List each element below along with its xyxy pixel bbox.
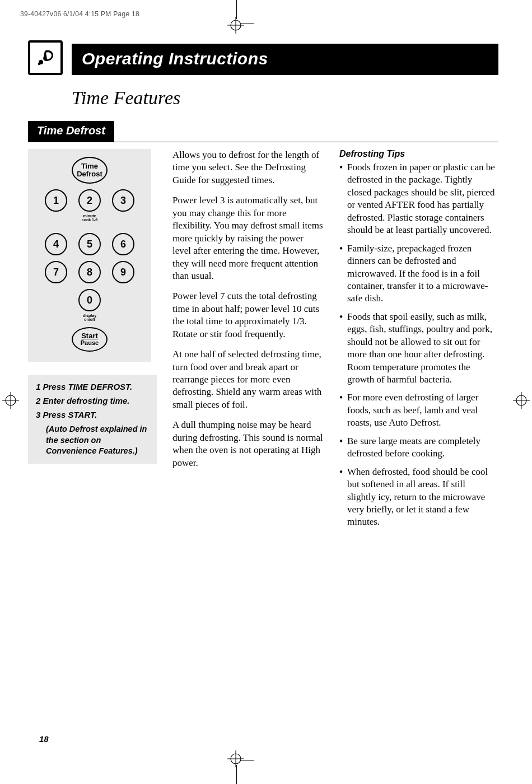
step-2: 2 Enter defrosting time. bbox=[36, 396, 149, 405]
step-1: 1 Press TIME DEFROST. bbox=[36, 382, 149, 391]
tip-4: For more even defrosting of larger foods… bbox=[339, 391, 495, 429]
tip-5: Be sure large meats are completely defro… bbox=[339, 435, 495, 460]
keypad-graphic: Time Defrost 1 2 3 minute cook 1-6 4 5 6… bbox=[28, 149, 151, 362]
registration-mark-bottom bbox=[227, 750, 244, 767]
crop-mark-bottom-v bbox=[236, 765, 237, 784]
tip-3: Foods that spoil easily, such as milk, e… bbox=[339, 311, 495, 386]
start-pause-button-graphic: Start Pause bbox=[72, 327, 108, 352]
registration-mark-top bbox=[227, 17, 244, 34]
print-header-text: 39-40427v06 6/1/04 4:15 PM Page 18 bbox=[20, 10, 139, 18]
pause-label: Pause bbox=[81, 339, 99, 346]
caption-display-onoff: display on/off bbox=[78, 314, 101, 321]
step-3: 3 Press START. bbox=[36, 410, 149, 419]
keypad-6: 6 bbox=[112, 233, 134, 255]
keypad-3: 3 bbox=[112, 189, 134, 212]
printers-marks-top: 39-40427v06 6/1/04 4:15 PM Page 18 bbox=[0, 0, 532, 45]
keypad-7: 7 bbox=[45, 261, 67, 283]
registration-mark-right bbox=[513, 392, 530, 409]
caption-minute-cook: minute cook 1-6 bbox=[78, 214, 101, 222]
mid-para-4: At one half of selected defrosting time,… bbox=[172, 348, 324, 411]
time-defrost-label-2: Defrost bbox=[77, 170, 102, 178]
page-number: 18 bbox=[39, 734, 49, 744]
header-bar-title: Operating Instructions bbox=[72, 44, 498, 75]
mid-para-2: Power level 3 is automatically set, but … bbox=[172, 194, 324, 282]
mid-para-3: Power level 7 cuts the total defrosting … bbox=[172, 290, 324, 340]
keypad-1: 1 bbox=[45, 189, 67, 212]
section-tab-time-defrost: Time Defrost bbox=[28, 121, 114, 142]
steps-note: (Auto Defrost explained in the section o… bbox=[36, 424, 149, 457]
mid-para-1: Allows you to defrost for the length of … bbox=[172, 149, 324, 186]
section-rule bbox=[28, 142, 498, 142]
keypad-9: 9 bbox=[112, 261, 134, 283]
tip-2: Family-size, prepackaged frozen dinners … bbox=[339, 242, 495, 305]
finger-press-icon bbox=[28, 40, 63, 75]
tip-1: Foods frozen in paper or plastic can be … bbox=[339, 161, 495, 237]
time-defrost-button-graphic: Time Defrost bbox=[72, 157, 108, 184]
keypad-4: 4 bbox=[45, 233, 67, 255]
keypad-5: 5 bbox=[78, 233, 101, 255]
body-column-right: Defrosting Tips Foods frozen in paper or… bbox=[339, 149, 495, 534]
keypad-8: 8 bbox=[78, 261, 101, 283]
defrosting-tips-heading: Defrosting Tips bbox=[339, 149, 495, 159]
time-defrost-label-1: Time bbox=[81, 162, 98, 170]
body-column-middle: Allows you to defrost for the length of … bbox=[172, 149, 324, 534]
registration-mark-left bbox=[2, 392, 19, 409]
crop-mark-top-v bbox=[236, 0, 237, 19]
mid-para-5: A dull thumping noise may be heard durin… bbox=[172, 419, 324, 469]
page-subtitle: Time Features bbox=[72, 87, 498, 109]
steps-box: 1 Press TIME DEFROST. 2 Enter defrosting… bbox=[28, 375, 157, 464]
keypad-2: 2 bbox=[78, 189, 101, 212]
tip-6: When defrosted, food should be cool but … bbox=[339, 466, 495, 529]
svg-point-10 bbox=[38, 63, 40, 65]
keypad-0: 0 bbox=[78, 289, 101, 311]
start-label: Start bbox=[81, 332, 98, 339]
